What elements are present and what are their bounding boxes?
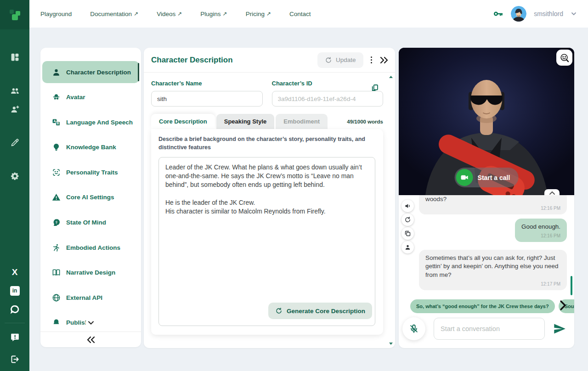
expand-panel-icon[interactable] <box>379 56 389 64</box>
character-name-input[interactable] <box>151 91 263 107</box>
tab-speaking-style[interactable]: Speaking Style <box>216 114 274 129</box>
tab-core-description[interactable]: Core Description <box>151 114 215 129</box>
menu-item-personality-traits[interactable]: Personality Traits <box>42 161 139 183</box>
video-call-icon <box>456 169 473 186</box>
face-edit-icon <box>560 53 570 63</box>
chat-scrollbar[interactable] <box>571 276 572 295</box>
translate-icon: AB <box>52 118 61 127</box>
message-timestamp: 12:17 PM <box>425 281 560 287</box>
persona-icon[interactable] <box>401 241 414 253</box>
chat-input[interactable] <box>434 318 545 340</box>
nav-videos[interactable]: Videos↗ <box>157 11 182 17</box>
running-icon <box>52 243 61 252</box>
nav-contact[interactable]: Contact <box>289 11 311 17</box>
refresh-icon <box>325 56 332 64</box>
avatar-viewport[interactable]: Start a call <box>399 48 574 195</box>
person-icon <box>52 68 61 77</box>
nav-documentation[interactable]: Documentation↗ <box>90 11 138 17</box>
tab-embodiment[interactable]: Embodiment <box>276 114 328 129</box>
character-id-input[interactable] <box>272 91 384 107</box>
rail-divider <box>5 323 25 323</box>
reload-icon[interactable] <box>401 214 414 226</box>
character-name-field: Character’s Name <box>151 80 263 107</box>
x-twitter-icon[interactable]: X <box>0 263 29 281</box>
core-description-card: Describe a brief background on the chara… <box>151 129 383 335</box>
characters-icon[interactable] <box>0 81 29 100</box>
more-options-icon[interactable] <box>370 56 373 65</box>
edit-icon[interactable] <box>0 133 29 152</box>
send-button[interactable] <box>553 322 566 335</box>
description-tabs: Core Description Speaking Style Embodime… <box>144 107 395 129</box>
dashboard-icon[interactable] <box>0 48 29 66</box>
external-link-icon: ↗ <box>223 11 227 17</box>
book-icon <box>52 268 61 277</box>
generate-icon <box>275 307 283 315</box>
nav-plugins[interactable]: Plugins↗ <box>200 11 227 17</box>
chevron-down-icon[interactable] <box>571 11 577 17</box>
copy-id-icon[interactable] <box>371 84 379 92</box>
nav-playground[interactable]: Playground <box>40 11 72 17</box>
chevron-up-icon <box>549 191 555 195</box>
character-name-label: Character’s Name <box>151 80 263 87</box>
message-list: woods? 12:16 PM Good enough. 12:16 PM So… <box>419 195 567 290</box>
speaker-icon[interactable] <box>401 200 414 212</box>
copy-icon[interactable] <box>401 227 414 240</box>
chevron-down-icon <box>87 320 95 325</box>
menu-item-embodied-actions[interactable]: Embodied Actions <box>42 236 139 259</box>
linkedin-icon[interactable]: in <box>0 281 29 300</box>
bell-icon <box>52 318 61 325</box>
menu-item-core-ai-settings[interactable]: Core AI Settings <box>42 186 139 208</box>
menu-item-external-api[interactable]: External API <box>42 287 139 309</box>
warning-icon <box>52 193 61 202</box>
description-helper-text: Describe a brief background on the chara… <box>158 135 373 152</box>
nav-pricing[interactable]: Pricing↗ <box>246 11 271 17</box>
generate-core-description-button[interactable]: Generate Core Description <box>268 303 372 319</box>
character-description-panel: Character Description Update Character’s… <box>144 48 395 348</box>
update-button[interactable]: Update <box>317 52 363 68</box>
core-description-textarea[interactable]: Leader of the JK Crew. What he plans & w… <box>158 157 375 326</box>
username[interactable]: smsithlord <box>534 10 563 17</box>
mic-muted-button[interactable] <box>402 317 425 340</box>
chat-input-row <box>399 316 574 342</box>
external-link-icon: ↗ <box>266 11 271 17</box>
settings-icon[interactable] <box>0 167 29 185</box>
app-rail: X in <box>0 0 29 371</box>
character-message: woods? 12:16 PM <box>419 195 567 214</box>
menu-item-state-of-mind[interactable]: ? State Of Mind <box>42 212 139 234</box>
svg-text:A: A <box>54 119 56 123</box>
chat-history[interactable]: woods? 12:16 PM Good enough. 12:16 PM So… <box>399 195 574 297</box>
convai-logo[interactable] <box>0 0 29 29</box>
menu-item-narrative-design[interactable]: Narrative Design <box>42 262 139 284</box>
collapse-menu-button[interactable] <box>40 332 141 347</box>
api-key-icon[interactable] <box>492 8 503 19</box>
spy-icon <box>52 93 61 101</box>
menu-item-avatar[interactable]: Avatar <box>42 86 139 108</box>
menu-item-character-description[interactable]: Character Description <box>42 61 139 83</box>
chevron-right-icon <box>558 299 568 311</box>
chat-tools <box>401 200 414 253</box>
avatar[interactable] <box>511 6 526 22</box>
character-menu-panel: Character Description Avatar AB Language… <box>40 48 141 347</box>
svg-text:B: B <box>57 122 59 125</box>
start-call-button[interactable]: Start a call <box>455 168 519 187</box>
suggestion-chip[interactable]: So, what’s “good enough” for the JK Crew… <box>410 299 555 313</box>
discord-icon[interactable] <box>0 300 29 318</box>
globe-icon <box>52 293 61 302</box>
scroll-up-indicator[interactable] <box>389 76 393 78</box>
character-preview-panel: Start a call woods? 12:16 PM Good enough… <box>399 48 574 348</box>
convai-logo-icon <box>7 7 23 22</box>
create-character-icon[interactable] <box>0 100 29 118</box>
external-link-icon: ↗ <box>134 11 138 17</box>
feedback-icon[interactable] <box>0 328 29 346</box>
next-suggestions-button[interactable] <box>558 299 568 311</box>
expression-button[interactable] <box>556 50 572 66</box>
menu-item-language-speech[interactable]: AB Language And Speech <box>42 111 139 133</box>
character-id-field: Character’s ID <box>272 80 384 107</box>
menu-scroll-more[interactable] <box>85 320 96 325</box>
collapse-chat-button[interactable] <box>544 189 560 195</box>
word-counter: 49/1000 words <box>347 119 383 129</box>
menu-item-knowledge-bank[interactable]: Knowledge Bank <box>42 136 139 158</box>
suggestion-chips: So, what’s “good enough” for the JK Crew… <box>399 297 574 316</box>
logout-icon[interactable] <box>0 350 29 368</box>
scroll-down-indicator[interactable] <box>389 343 393 345</box>
